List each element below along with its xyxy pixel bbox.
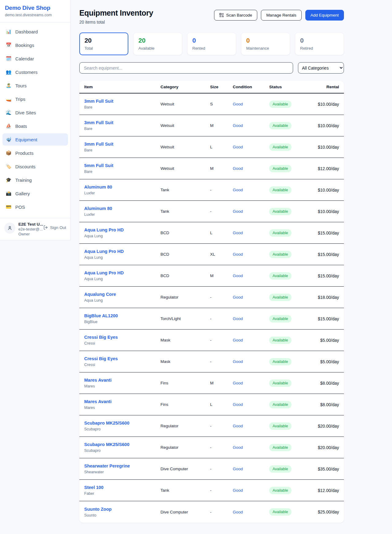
table-row: Aqua Lung Pro HD Aqua Lung BCD XL Good A… xyxy=(79,244,344,265)
item-brand: Luxfer xyxy=(84,191,160,195)
table-row: Mares Avanti Mares Fins L Good Available… xyxy=(79,394,344,415)
item-link[interactable]: Aluminum 80 xyxy=(84,206,160,211)
brand[interactable]: Demo Dive Shop demo.test.divestreams.com xyxy=(0,0,70,22)
sidebar-item-discounts[interactable]: 🏷️ Discounts xyxy=(2,160,68,173)
rental-cell: $25.00/day xyxy=(312,509,339,514)
sidebar-item-label: Dashboard xyxy=(15,29,38,34)
item-link[interactable]: BigBlue AL1200 xyxy=(84,313,160,318)
condition-link[interactable]: Good xyxy=(233,188,269,192)
condition-link[interactable]: Good xyxy=(233,231,269,235)
sidebar-item-label: Dive Sites xyxy=(15,110,36,115)
item-link[interactable]: 3mm Full Suit xyxy=(84,120,160,125)
sidebar-item-bookings[interactable]: 📅 Bookings xyxy=(2,39,68,51)
condition-link[interactable]: Good xyxy=(233,273,269,278)
item-link[interactable]: 5mm Full Suit xyxy=(84,163,160,168)
condition-link[interactable]: Good xyxy=(233,338,269,342)
condition-link[interactable]: Good xyxy=(233,467,269,471)
condition-link[interactable]: Good xyxy=(233,510,269,514)
condition-link[interactable]: Good xyxy=(233,488,269,493)
item-link[interactable]: Aqualung Core xyxy=(84,292,160,297)
stat-card-retired[interactable]: 0 Retired xyxy=(295,32,344,55)
condition-link[interactable]: Good xyxy=(233,424,269,428)
item-link[interactable]: Mares Avanti xyxy=(84,378,160,383)
package-icon: 📦 xyxy=(6,150,12,156)
status-badge: Available xyxy=(269,465,292,473)
table-row: Cressi Big Eyes Cressi Mask - Good Avail… xyxy=(79,351,344,372)
rental-cell: $5.00/day xyxy=(312,338,339,343)
sidebar-item-equipment[interactable]: 🤿 Equipment xyxy=(2,133,68,146)
item-link[interactable]: Aluminum 80 xyxy=(84,185,160,189)
status-badge: Available xyxy=(269,229,292,237)
sidebar-item-customers[interactable]: 👥 Customers xyxy=(2,66,68,78)
stat-card-rented[interactable]: 0 Rented xyxy=(187,32,236,55)
item-link[interactable]: Suunto Zoop xyxy=(84,507,160,512)
sidebar-item-label: Discounts xyxy=(15,164,36,169)
stat-value: 0 xyxy=(246,37,285,44)
sidebar-item-boats[interactable]: ⛵ Boats xyxy=(2,120,68,132)
rental-cell: $15.00/day xyxy=(312,273,339,278)
item-link[interactable]: 3mm Full Suit xyxy=(84,142,160,147)
size-cell: M xyxy=(210,273,233,278)
add-equipment-button[interactable]: Add Equipment xyxy=(305,10,344,21)
sidebar-item-pos[interactable]: 💳 POS xyxy=(2,201,68,213)
stat-card-available[interactable]: 20 Available xyxy=(133,32,182,55)
scan-barcode-button[interactable]: Scan Barcode xyxy=(214,10,258,21)
item-link[interactable]: Aqua Lung Pro HD xyxy=(84,270,160,275)
condition-link[interactable]: Good xyxy=(233,102,269,106)
item-link[interactable]: Scubapro MK25/S600 xyxy=(84,421,160,425)
item-link[interactable]: Aqua Lung Pro HD xyxy=(84,249,160,254)
category-cell: Fins xyxy=(160,402,210,407)
item-brand: Scubapro xyxy=(84,427,160,431)
item-link[interactable]: Aqua Lung Pro HD xyxy=(84,227,160,232)
sidebar-item-calendar[interactable]: 🗓️ Calendar xyxy=(2,52,68,65)
condition-link[interactable]: Good xyxy=(233,316,269,321)
condition-link[interactable]: Good xyxy=(233,402,269,407)
item-brand: Cressi xyxy=(84,341,160,345)
item-link[interactable]: Shearwater Peregrine xyxy=(84,463,160,468)
sidebar-item-tours[interactable]: 🏝️ Tours xyxy=(2,79,68,92)
sidebar-item-training[interactable]: 🎓 Training xyxy=(2,174,68,186)
table-row: Aluminum 80 Luxfer Tank - Good Available… xyxy=(79,201,344,222)
condition-link[interactable]: Good xyxy=(233,295,269,299)
condition-link[interactable]: Good xyxy=(233,123,269,128)
table-row: 3mm Full Suit Bare Wetsuit M Good Availa… xyxy=(79,115,344,136)
condition-link[interactable]: Good xyxy=(233,252,269,257)
condition-link[interactable]: Good xyxy=(233,445,269,450)
item-link[interactable]: 3mm Full Suit xyxy=(84,99,160,104)
manage-rentals-button[interactable]: Manage Rentals xyxy=(261,10,301,21)
item-link[interactable]: Mares Avanti xyxy=(84,399,160,404)
item-link[interactable]: Cressi Big Eyes xyxy=(84,335,160,340)
condition-link[interactable]: Good xyxy=(233,145,269,149)
sidebar-item-label: Equipment xyxy=(15,137,37,142)
size-cell: L xyxy=(210,145,233,149)
category-cell: Regulator xyxy=(160,445,210,450)
sidebar-item-dashboard[interactable]: 📊 Dashboard xyxy=(2,25,68,38)
sign-out-button[interactable]: Sign Out xyxy=(43,225,66,230)
stat-value: 0 xyxy=(300,37,339,44)
condition-link[interactable]: Good xyxy=(233,381,269,385)
condition-link[interactable]: Good xyxy=(233,209,269,214)
stat-card-maintenance[interactable]: 0 Maintenance xyxy=(241,32,290,55)
sidebar-item-products[interactable]: 📦 Products xyxy=(2,147,68,159)
condition-link[interactable]: Good xyxy=(233,166,269,171)
sidebar-item-dive-sites[interactable]: 🌊 Dive Sites xyxy=(2,106,68,119)
table-body: 3mm Full Suit Bare Wetsuit S Good Availa… xyxy=(79,93,344,523)
sidebar-item-trips[interactable]: 🚤 Trips xyxy=(2,93,68,105)
sidebar-item-label: Boats xyxy=(15,124,27,129)
sidebar-item-gallery[interactable]: 📸 Gallery xyxy=(2,187,68,200)
table-row: Suunto Zoop Suunto Dive Computer - Good … xyxy=(79,501,344,523)
item-link[interactable]: Cressi Big Eyes xyxy=(84,356,160,361)
table-row: Mares Avanti Mares Fins M Good Available… xyxy=(79,372,344,394)
category-select[interactable]: All Categories xyxy=(298,62,344,74)
item-link[interactable]: Scubapro MK25/S600 xyxy=(84,442,160,447)
size-cell: M xyxy=(210,123,233,128)
item-brand: BigBlue xyxy=(84,320,160,324)
table-row: BigBlue AL1200 BigBlue Torch/Light - Goo… xyxy=(79,308,344,330)
item-link[interactable]: Steel 100 xyxy=(84,485,160,490)
condition-link[interactable]: Good xyxy=(233,359,269,364)
category-cell: Mask xyxy=(160,338,210,342)
stat-card-total[interactable]: 20 Total xyxy=(79,32,128,55)
rental-cell: $10.00/day xyxy=(312,209,339,214)
table-row: Aqua Lung Pro HD Aqua Lung BCD M Good Av… xyxy=(79,265,344,287)
search-input[interactable] xyxy=(79,62,293,74)
